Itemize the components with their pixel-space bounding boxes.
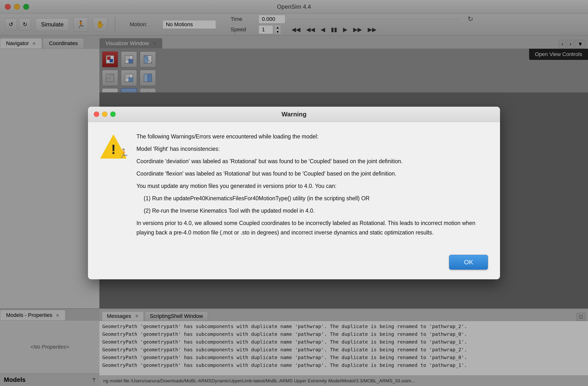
dialog-title: Warning	[281, 110, 306, 118]
dialog-titlebar: Warning	[88, 107, 500, 122]
dialog-line7: In versions prior to 4.0, we allowed som…	[136, 218, 488, 237]
warning-dialog: Warning ! 🏃 The following Warnings/Error…	[88, 107, 500, 279]
dialog-text: The following Warnings/Errors were encou…	[136, 132, 488, 240]
dialog-maximize-button[interactable]	[110, 111, 116, 117]
dialog-line2: Coordinate 'deviation' was labeled as 'R…	[136, 157, 488, 166]
runner-icon: 🏃	[118, 148, 129, 159]
dialog-line1: Model 'Right' has inconsistencies:	[136, 144, 488, 154]
dialog-minimize-button[interactable]	[102, 111, 107, 117]
dialog-body: ! 🏃 The following Warnings/Errors were e…	[88, 122, 500, 250]
dialog-overlay: Warning ! 🏃 The following Warnings/Error…	[0, 0, 588, 386]
dialog-line6: (2) Re-run the Inverse Kinematics Tool w…	[144, 206, 488, 215]
warning-exclamation: !	[111, 143, 116, 156]
dialog-line4: You must update any motion files you gen…	[136, 181, 488, 191]
dialog-window-controls[interactable]	[94, 111, 116, 117]
dialog-footer: OK	[88, 250, 500, 279]
dialog-close-button[interactable]	[94, 111, 99, 117]
dialog-line3: Coordinate 'flexion' was labeled as 'Rot…	[136, 169, 488, 178]
dialog-intro: The following Warnings/Errors were encou…	[136, 132, 488, 141]
dialog-line5: (1) Run the updatePre40KinematicsFilesFo…	[144, 194, 488, 203]
ok-button[interactable]: OK	[449, 255, 488, 270]
warning-icon-container: ! 🏃	[100, 132, 127, 240]
warning-icon: ! 🏃	[100, 134, 127, 159]
